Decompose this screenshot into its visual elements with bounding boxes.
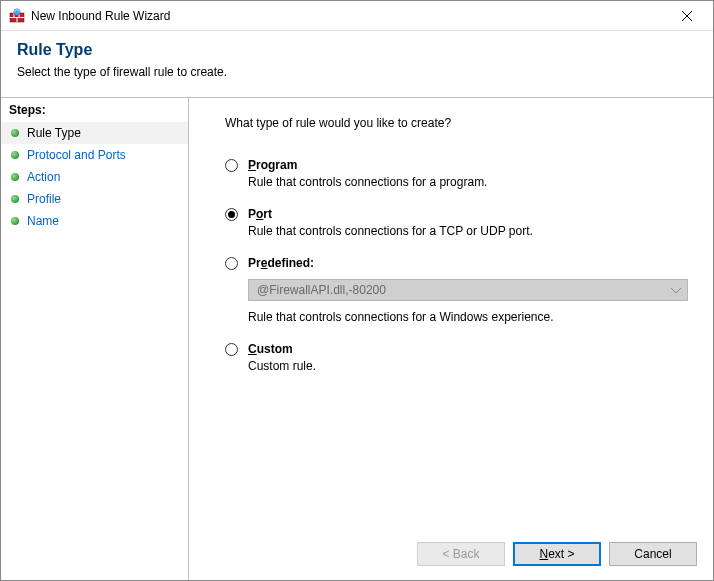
radio-port[interactable] [225,208,238,221]
step-label: Rule Type [27,126,81,140]
step-label: Profile [27,192,61,206]
step-label: Name [27,214,59,228]
page-title: Rule Type [17,41,697,59]
option-predefined[interactable]: Predefined: @FirewallAPI.dll,-80200 Rule… [225,256,689,324]
step-label: Protocol and Ports [27,148,126,162]
step-protocol-and-ports[interactable]: Protocol and Ports [1,144,188,166]
option-label-predefined: Predefined: [248,256,689,270]
firewall-icon [9,8,25,24]
steps-heading: Steps: [1,98,188,122]
option-label-port: Port [248,207,689,221]
option-label-program: Program [248,158,689,172]
option-body: Predefined: @FirewallAPI.dll,-80200 Rule… [248,256,689,324]
option-body: Port Rule that controls connections for … [248,207,689,238]
step-label: Action [27,170,60,184]
wizard-window: New Inbound Rule Wizard Rule Type Select… [0,0,714,581]
option-desc-program: Rule that controls connections for a pro… [248,175,689,189]
step-profile[interactable]: Profile [1,188,188,210]
option-program[interactable]: Program Rule that controls connections f… [225,158,689,189]
option-desc-custom: Custom rule. [248,359,689,373]
option-body: Program Rule that controls connections f… [248,158,689,189]
bullet-icon [11,173,19,181]
option-body: Custom Custom rule. [248,342,689,373]
options-group: Program Rule that controls connections f… [225,158,689,373]
bullet-icon [11,217,19,225]
step-action[interactable]: Action [1,166,188,188]
header-area: Rule Type Select the type of firewall ru… [1,31,713,97]
cancel-button[interactable]: Cancel [609,542,697,566]
step-name[interactable]: Name [1,210,188,232]
option-custom[interactable]: Custom Custom rule. [225,342,689,373]
steps-panel: Steps: Rule Type Protocol and Ports Acti… [1,98,189,580]
prompt-text: What type of rule would you like to crea… [225,116,689,130]
close-icon [682,11,692,21]
body-area: Steps: Rule Type Protocol and Ports Acti… [1,97,713,580]
bullet-icon [11,129,19,137]
option-label-custom: Custom [248,342,689,356]
window-title: New Inbound Rule Wizard [31,9,665,23]
option-desc-predefined: Rule that controls connections for a Win… [248,310,689,324]
content-panel: What type of rule would you like to crea… [189,98,713,580]
page-subtitle: Select the type of firewall rule to crea… [17,65,697,79]
bullet-icon [11,195,19,203]
bullet-icon [11,151,19,159]
radio-predefined[interactable] [225,257,238,270]
chevron-down-icon [671,283,681,297]
back-button: < Back [417,542,505,566]
radio-custom[interactable] [225,343,238,356]
option-desc-port: Rule that controls connections for a TCP… [248,224,689,238]
close-button[interactable] [665,2,709,30]
step-rule-type[interactable]: Rule Type [1,122,188,144]
titlebar: New Inbound Rule Wizard [1,1,713,31]
option-port[interactable]: Port Rule that controls connections for … [225,207,689,238]
next-button[interactable]: Next > [513,542,601,566]
dropdown-value: @FirewallAPI.dll,-80200 [257,283,386,297]
predefined-dropdown: @FirewallAPI.dll,-80200 [248,279,688,301]
button-row: < Back Next > Cancel [417,542,697,566]
radio-program[interactable] [225,159,238,172]
